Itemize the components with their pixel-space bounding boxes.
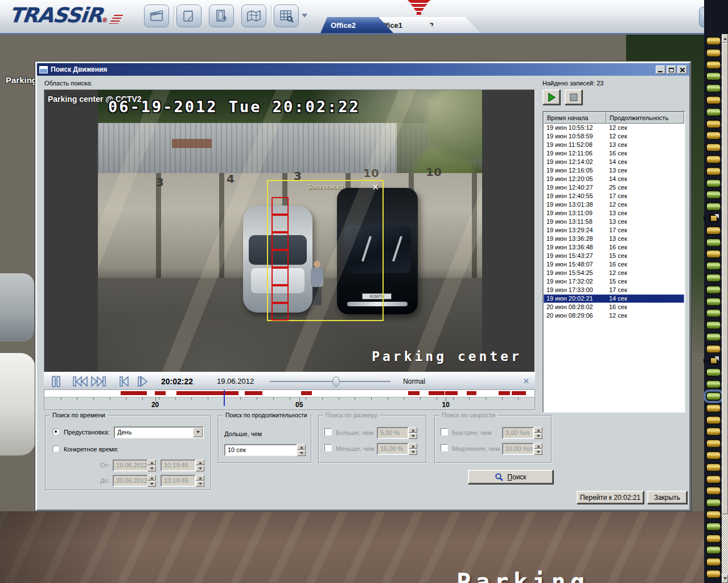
- speed-slower-spinner[interactable]: [534, 443, 542, 455]
- table-row[interactable]: 19 июн 15:48:0716 сек: [544, 260, 684, 269]
- preset-combobox[interactable]: День: [114, 426, 204, 438]
- playback-close-icon[interactable]: ✕: [523, 377, 529, 385]
- combo-dropdown-button[interactable]: [193, 428, 203, 437]
- channel-indicator[interactable]: [706, 84, 721, 93]
- channel-indicator[interactable]: [706, 416, 721, 425]
- size-less-spinner[interactable]: [409, 443, 417, 455]
- channel-indicator[interactable]: [706, 498, 721, 507]
- table-row[interactable]: 19 июн 12:40:5517 сек: [544, 192, 684, 200]
- to-time-field[interactable]: 10:19:45: [161, 475, 196, 487]
- table-row[interactable]: 19 июн 13:29:2417 сек: [544, 226, 684, 235]
- to-date-spinner[interactable]: [147, 475, 156, 487]
- channel-indicator[interactable]: [706, 534, 721, 543]
- size-less-checkbox[interactable]: [324, 444, 332, 451]
- table-row[interactable]: 19 июн 12:20:0514 сек: [544, 175, 684, 183]
- channel-indicator[interactable]: [706, 344, 721, 354]
- table-row[interactable]: 19 июн 15:54:2512 сек: [544, 269, 684, 277]
- layout-settings-button[interactable]: [274, 5, 299, 27]
- speed-faster-checkbox[interactable]: [441, 428, 448, 436]
- channel-indicator[interactable]: [706, 36, 721, 46]
- channel-indicator[interactable]: [706, 60, 721, 69]
- layout-dropdown-caret[interactable]: [302, 14, 307, 20]
- channel-indicator[interactable]: [706, 545, 721, 555]
- channel-indicator[interactable]: [706, 155, 721, 164]
- pause-button[interactable]: [47, 374, 65, 389]
- maximize-button[interactable]: [667, 65, 676, 74]
- maps-button[interactable]: [241, 5, 266, 27]
- zone-close-icon[interactable]: ✕: [372, 182, 379, 192]
- scrollbar-thumb[interactable]: [722, 43, 728, 514]
- channel-indicator[interactable]: [706, 297, 721, 306]
- timeline-cursor[interactable]: [224, 390, 225, 406]
- channel-indicator[interactable]: [706, 321, 721, 330]
- scroll-up-button[interactable]: [722, 34, 728, 43]
- timeline[interactable]: 200510: [44, 389, 535, 410]
- timeline-strip[interactable]: [44, 390, 534, 397]
- from-date-spinner[interactable]: [147, 459, 156, 471]
- table-row[interactable]: 19 июн 13:36:4816 сек: [544, 243, 684, 252]
- channel-indicator[interactable]: [706, 451, 721, 460]
- channel-indicator[interactable]: [706, 522, 721, 531]
- slider-handle[interactable]: [332, 376, 340, 387]
- channel-indicator[interactable]: [706, 486, 721, 495]
- table-row[interactable]: 19 июн 12:14:0214 сек: [544, 158, 684, 166]
- size-less-field[interactable]: 15,00 %: [377, 443, 409, 455]
- channel-indicator[interactable]: [706, 190, 721, 199]
- play-results-button[interactable]: [542, 89, 560, 105]
- table-row[interactable]: 19 июн 13:11:5813 сек: [544, 217, 684, 226]
- channel-indicator[interactable]: [706, 380, 721, 389]
- channel-indicator[interactable]: [706, 143, 721, 152]
- channel-indicator[interactable]: [706, 131, 721, 140]
- close-window-button[interactable]: [677, 65, 687, 74]
- channel-indicator[interactable]: [706, 439, 721, 448]
- channel-indicator[interactable]: [706, 120, 721, 129]
- from-time-spinner[interactable]: [196, 459, 204, 471]
- channel-indicator[interactable]: [706, 463, 721, 472]
- archive-button[interactable]: [144, 5, 169, 27]
- speed-slider[interactable]: [270, 376, 390, 387]
- channel-indicator[interactable]: [706, 368, 721, 377]
- preset-radio[interactable]: [52, 428, 59, 435]
- search-button[interactable]: Поиск: [468, 470, 553, 484]
- minimize-button[interactable]: [656, 65, 665, 74]
- size-more-checkbox[interactable]: [324, 428, 332, 436]
- results-table[interactable]: Время начала Продолжительность 19 июн 10…: [542, 111, 685, 413]
- column-duration[interactable]: Продолжительность: [606, 112, 684, 124]
- table-row[interactable]: 20 июн 08:29:0612 сек: [544, 311, 684, 320]
- folder-icon[interactable]: [706, 214, 719, 223]
- channel-indicator[interactable]: [706, 48, 721, 58]
- table-row[interactable]: 19 июн 11:52:0813 сек: [544, 141, 684, 149]
- channel-indicator[interactable]: [706, 273, 721, 282]
- results-table-header[interactable]: Время начала Продолжительность: [544, 112, 684, 124]
- channel-indicator[interactable]: [706, 238, 721, 247]
- skip-backward-button[interactable]: [71, 374, 89, 389]
- channel-indicator[interactable]: [706, 510, 721, 519]
- channel-indicator[interactable]: [706, 404, 721, 413]
- channel-indicator[interactable]: [706, 249, 721, 258]
- rail-scrollbar[interactable]: [722, 34, 728, 583]
- speed-slower-checkbox[interactable]: [441, 444, 448, 451]
- close-button[interactable]: Закрыть: [647, 491, 687, 504]
- table-row[interactable]: 19 июн 13:11:0913 сек: [544, 209, 684, 217]
- table-row[interactable]: 19 июн 12:40:2725 сек: [544, 183, 684, 192]
- channel-indicator[interactable]: [706, 332, 721, 342]
- skip-forward-button[interactable]: [89, 374, 108, 389]
- channel-indicator[interactable]: [706, 285, 721, 294]
- size-more-spinner[interactable]: [409, 427, 417, 439]
- table-row[interactable]: 19 июн 17:33:0017 сек: [544, 286, 684, 294]
- channel-indicator[interactable]: [706, 96, 721, 105]
- to-time-spinner[interactable]: [196, 475, 204, 487]
- channel-indicator[interactable]: [706, 179, 721, 188]
- table-row[interactable]: 19 июн 13:01:3812 сек: [544, 200, 684, 209]
- step-forward-button[interactable]: [134, 374, 152, 389]
- speed-faster-field[interactable]: 3,00 %/s: [502, 427, 534, 439]
- channel-indicator[interactable]: [706, 226, 721, 235]
- channel-indicator[interactable]: [706, 557, 721, 566]
- table-row[interactable]: 19 июн 10:58:5912 сек: [544, 132, 684, 141]
- table-row[interactable]: 19 июн 20:02:2114 сек: [544, 294, 684, 303]
- table-row[interactable]: 19 июн 10:55:1212 сек: [544, 124, 684, 132]
- channel-indicator[interactable]: [706, 427, 721, 436]
- goto-button[interactable]: Перейти к 20:02:21: [577, 491, 644, 504]
- channel-indicator[interactable]: [706, 569, 721, 578]
- scroll-down-button[interactable]: [722, 574, 728, 583]
